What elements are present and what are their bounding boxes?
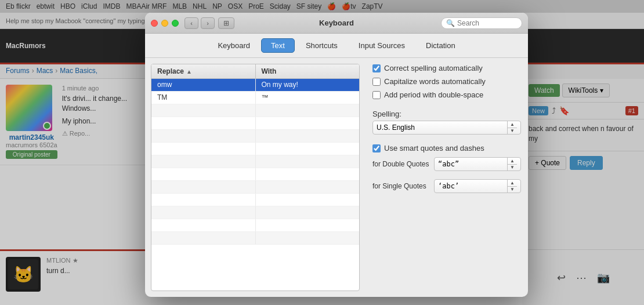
nav-buttons: ‹ › <box>184 17 215 29</box>
back-button[interactable]: ‹ <box>184 17 198 29</box>
col-with: With <box>256 64 360 78</box>
spelling-section: Spelling: U.S. English ▲ ▼ <box>372 107 521 135</box>
stepper-down[interactable]: ▼ <box>508 128 517 135</box>
correct-spelling-checkbox[interactable] <box>372 64 381 72</box>
table-row[interactable] <box>151 168 359 181</box>
table-row[interactable] <box>151 130 359 143</box>
double-quotes-select[interactable]: “abc” ▲ ▼ <box>434 157 521 171</box>
table-row[interactable]: omw On my way! <box>151 79 359 92</box>
stepper-up[interactable]: ▲ <box>508 180 517 187</box>
capitalize-label: Capitalize words automatically <box>384 77 486 86</box>
double-quotes-stepper[interactable]: ▲ ▼ <box>507 158 517 170</box>
spelling-label: Spelling: <box>372 110 521 118</box>
tab-dictation[interactable]: Dictation <box>416 38 465 53</box>
col-replace: Replace ▲ <box>151 64 256 78</box>
spelling-select-wrapper[interactable]: U.S. English ▲ ▼ <box>372 121 521 135</box>
double-quotes-row: for Double Quotes “abc” ▲ ▼ <box>372 157 521 171</box>
tab-input-sources[interactable]: Input Sources <box>349 38 415 53</box>
tab-keyboard[interactable]: Keyboard <box>208 38 260 53</box>
add-period-label: Add period with double-space <box>384 90 483 99</box>
add-period-checkbox[interactable] <box>372 91 381 99</box>
tab-bar: Keyboard Text Shortcuts Input Sources Di… <box>145 34 528 58</box>
smart-quotes-row: Use smart quotes and dashes <box>372 144 521 152</box>
table-row[interactable] <box>151 206 359 219</box>
spelling-value: U.S. English <box>377 124 505 132</box>
table-row[interactable] <box>151 155 359 168</box>
stepper-down[interactable]: ▼ <box>508 187 517 193</box>
search-box: 🔍 <box>441 17 522 29</box>
table-row[interactable] <box>151 194 359 206</box>
single-quotes-stepper[interactable]: ▲ ▼ <box>507 180 517 193</box>
cell-replace: TM <box>151 92 256 104</box>
title-bar: ‹ › ⊞ Keyboard 🔍 <box>145 13 528 34</box>
double-quotes-label: for Double Quotes <box>372 160 430 168</box>
modal-title: Keyboard <box>319 19 354 27</box>
single-quotes-label: for Single Quotes <box>372 182 430 190</box>
cell-with: On my way! <box>256 79 360 91</box>
search-icon: 🔍 <box>446 19 455 27</box>
double-quotes-value: “abc” <box>438 160 505 168</box>
table-row[interactable] <box>151 143 359 155</box>
search-input[interactable] <box>457 19 515 27</box>
correct-spelling-label: Correct spelling automatically <box>384 64 483 72</box>
table-row[interactable] <box>151 181 359 194</box>
smart-quotes-checkbox[interactable] <box>372 144 381 152</box>
tab-shortcuts[interactable]: Shortcuts <box>296 38 348 53</box>
add-period-row: Add period with double-space <box>372 90 521 99</box>
tab-text[interactable]: Text <box>261 38 295 53</box>
options-panel: Correct spelling automatically Capitaliz… <box>366 58 528 297</box>
close-button[interactable] <box>151 20 158 27</box>
minimize-button[interactable] <box>161 20 168 27</box>
smart-quotes-label: Use smart quotes and dashes <box>384 144 484 152</box>
single-quotes-select[interactable]: ‘abc’ ▲ ▼ <box>434 179 521 193</box>
table-row[interactable] <box>151 117 359 130</box>
single-quotes-value: ‘abc’ <box>438 182 505 190</box>
cell-replace: omw <box>151 79 256 91</box>
cell-with: ™ <box>256 92 360 104</box>
table-row[interactable]: TM ™ <box>151 92 359 104</box>
traffic-lights <box>151 20 179 27</box>
table-row[interactable] <box>151 232 359 245</box>
single-quotes-row: for Single Quotes ‘abc’ ▲ ▼ <box>372 179 521 193</box>
modal-body: Replace ▲ With omw On my way! TM <box>145 58 528 297</box>
table-row[interactable] <box>151 219 359 232</box>
stepper-down[interactable]: ▼ <box>508 165 517 171</box>
sort-arrow-icon: ▲ <box>186 68 192 75</box>
stepper-up[interactable]: ▲ <box>508 121 517 128</box>
stepper-up[interactable]: ▲ <box>508 158 517 165</box>
capitalize-checkbox[interactable] <box>372 78 381 86</box>
table-row[interactable] <box>151 104 359 117</box>
forward-button[interactable]: › <box>201 17 215 29</box>
keyboard-preferences-modal: ‹ › ⊞ Keyboard 🔍 Keyboard Text Shortcuts… <box>145 13 528 297</box>
maximize-button[interactable] <box>172 20 179 27</box>
text-substitutions-table: Replace ▲ With omw On my way! TM <box>151 64 360 291</box>
table-body[interactable]: omw On my way! TM ™ <box>151 79 359 291</box>
grid-button[interactable]: ⊞ <box>218 17 234 29</box>
correct-spelling-row: Correct spelling automatically <box>372 64 521 72</box>
capitalize-row: Capitalize words automatically <box>372 77 521 86</box>
table-header: Replace ▲ With <box>151 64 359 79</box>
modal-window: ‹ › ⊞ Keyboard 🔍 Keyboard Text Shortcuts… <box>145 13 528 297</box>
spelling-stepper[interactable]: ▲ ▼ <box>507 121 517 134</box>
